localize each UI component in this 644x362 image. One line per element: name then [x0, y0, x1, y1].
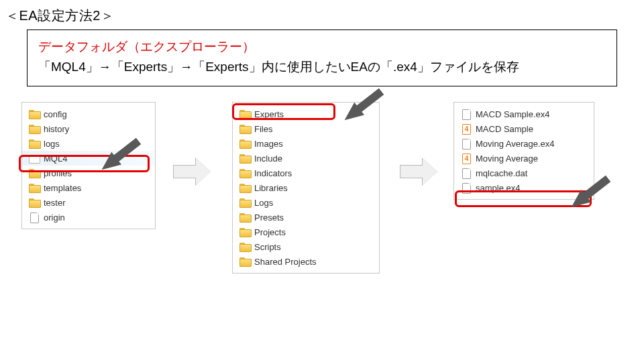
folder-icon — [239, 138, 250, 149]
list-item[interactable]: origin — [22, 210, 155, 225]
list-item[interactable]: Projects — [233, 225, 379, 239]
folder-icon — [29, 168, 40, 178]
list-item[interactable]: Scripts — [233, 239, 379, 254]
item-label: MQL4 — [44, 154, 67, 164]
item-label: config — [44, 109, 67, 119]
list-item[interactable]: Libraries — [233, 180, 379, 195]
folder-icon — [29, 197, 40, 208]
folder-icon — [29, 138, 40, 149]
folder-icon — [239, 109, 250, 119]
folder-icon — [239, 212, 250, 223]
file-icon — [461, 182, 472, 193]
item-label: MACD Sample — [476, 124, 533, 134]
item-label: sample.ex4 — [476, 183, 520, 193]
item-label: Moving Average — [476, 154, 538, 164]
folder-icon — [29, 123, 40, 134]
mt4-file-icon — [461, 123, 472, 134]
step-arrow-icon — [173, 158, 213, 185]
item-label: Indicators — [254, 168, 292, 178]
folder-icon — [29, 182, 40, 193]
item-label: tester — [44, 198, 66, 208]
folder-icon — [239, 182, 250, 193]
list-item[interactable]: Images — [233, 136, 379, 151]
folder-icon — [239, 227, 250, 237]
list-item[interactable]: Logs — [233, 195, 379, 210]
list-item[interactable]: Presets — [233, 210, 379, 225]
list-item[interactable]: MACD Sample — [454, 121, 594, 136]
item-label: Scripts — [254, 242, 281, 252]
item-label: Logs — [254, 198, 273, 208]
instruction-line1: データフォルダ（エクスプローラー） — [38, 37, 606, 57]
list-item[interactable]: Indicators — [233, 166, 379, 180]
list-item[interactable]: history — [22, 121, 155, 136]
mt4-file-icon — [461, 153, 472, 164]
item-label: origin — [44, 213, 65, 223]
instruction-line2: 「MQL4」→「Experts」→「Experts」内に使用したいEAの「.ex… — [38, 57, 606, 77]
item-label: Libraries — [254, 183, 288, 193]
folder-icon — [239, 123, 250, 134]
list-item[interactable]: Shared Projects — [233, 254, 379, 269]
folder-icon — [239, 197, 250, 208]
item-label: Moving Average.ex4 — [476, 139, 555, 149]
list-item[interactable]: mqlcache.dat — [454, 166, 594, 180]
file-icon — [461, 109, 472, 119]
list-item[interactable]: Moving Average — [454, 151, 594, 166]
item-label: MACD Sample.ex4 — [476, 109, 550, 119]
item-label: templates — [44, 183, 81, 193]
folder-icon — [239, 153, 250, 164]
list-item[interactable]: tester — [22, 195, 155, 210]
item-label: Presets — [254, 213, 284, 223]
list-item[interactable]: templates — [22, 180, 155, 195]
file-icon — [461, 138, 472, 149]
folder-icon — [239, 241, 250, 252]
file-icon — [461, 168, 472, 178]
list-item[interactable]: Moving Average.ex4 — [454, 136, 594, 151]
list-item[interactable]: Include — [233, 151, 379, 166]
item-label: logs — [44, 139, 60, 149]
step-arrow-icon — [400, 158, 440, 185]
folder-panel-experts: MACD Sample.ex4 MACD Sample Moving Avera… — [453, 102, 594, 200]
item-label: profiles — [44, 168, 72, 178]
folder-icon — [29, 109, 40, 119]
page-title: ＜EA設定方法2＞ — [5, 7, 114, 25]
folder-icon — [29, 153, 40, 164]
item-label: Experts — [254, 109, 284, 119]
item-label: mqlcache.dat — [476, 168, 527, 178]
item-label: Images — [254, 139, 283, 149]
item-label: Shared Projects — [254, 257, 317, 267]
folder-icon — [239, 168, 250, 178]
instruction-box: データフォルダ（エクスプローラー） 「MQL4」→「Experts」→「Expe… — [27, 29, 617, 86]
svg-marker-1 — [339, 85, 386, 127]
item-label: Projects — [254, 227, 286, 237]
item-label: Files — [254, 124, 272, 134]
item-label: history — [44, 124, 69, 134]
list-item[interactable]: MACD Sample.ex4 — [454, 107, 594, 121]
list-item[interactable]: config — [22, 107, 155, 121]
file-icon — [29, 212, 40, 223]
folder-icon — [239, 256, 250, 267]
item-label: Include — [254, 154, 282, 164]
